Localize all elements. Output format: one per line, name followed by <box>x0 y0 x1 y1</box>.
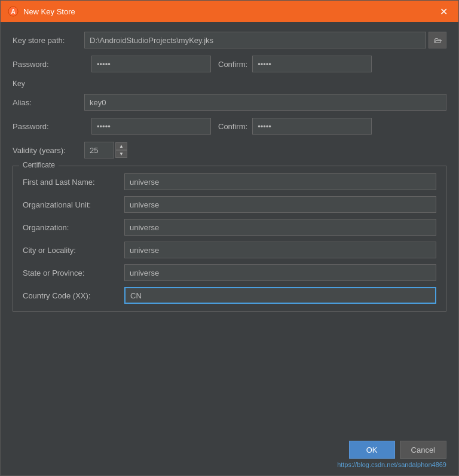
alias-label: Alias: <box>13 98 84 107</box>
city-input[interactable] <box>124 242 436 258</box>
validity-spinner: ▲ ▼ <box>115 142 127 158</box>
alias-row: Alias: <box>13 94 446 111</box>
validity-increment-button[interactable]: ▲ <box>115 142 127 150</box>
cert-row-first-last-name: First and Last Name: <box>23 173 436 190</box>
validity-input[interactable] <box>84 142 114 158</box>
city-label: City or Locality: <box>23 246 124 255</box>
validity-label: Validity (years): <box>13 146 84 155</box>
cert-row-organization: Organization: <box>23 219 436 236</box>
keystore-path-input[interactable] <box>84 32 426 48</box>
top-confirm-group: Confirm: <box>218 56 372 72</box>
dialog-title: New Key Store <box>23 7 75 16</box>
org-unit-label: Organizational Unit: <box>23 200 124 209</box>
organization-label: Organization: <box>23 223 124 232</box>
svg-text:A: A <box>11 8 15 15</box>
footer-link[interactable]: https://blog.csdn.net/sandalphon4869 <box>337 461 446 468</box>
country-code-label: Country Code (XX): <box>23 291 124 300</box>
key-password-input[interactable] <box>91 118 211 135</box>
ok-button[interactable]: OK <box>349 441 395 459</box>
validity-decrement-button[interactable]: ▼ <box>115 150 127 158</box>
organization-input[interactable] <box>124 219 436 236</box>
cert-row-country-code: Country Code (XX): <box>23 287 436 304</box>
browse-folder-button[interactable]: 🗁 <box>429 32 446 48</box>
top-confirm-input[interactable] <box>252 56 372 72</box>
top-password-row: Password: Confirm: <box>13 56 446 72</box>
keystore-path-row: Key store path: 🗁 <box>13 32 446 48</box>
android-studio-icon: A <box>8 6 19 17</box>
close-button[interactable]: ✕ <box>436 5 451 19</box>
new-key-store-dialog: A New Key Store ✕ Key store path: 🗁 Pass… <box>0 0 459 476</box>
title-bar-left: A New Key Store <box>8 6 75 17</box>
first-last-name-label: First and Last Name: <box>23 178 124 187</box>
first-last-name-input[interactable] <box>124 173 436 190</box>
alias-input[interactable] <box>84 94 446 111</box>
key-password-row: Password: Confirm: <box>13 118 446 135</box>
cert-row-org-unit: Organizational Unit: <box>23 196 436 213</box>
key-confirm-label: Confirm: <box>218 122 247 131</box>
top-password-input[interactable] <box>91 56 211 72</box>
top-password-label: Password: <box>13 60 84 69</box>
cancel-button[interactable]: Cancel <box>400 441 446 459</box>
key-confirm-group: Confirm: <box>218 118 372 135</box>
certificate-group: Certificate First and Last Name: Organiz… <box>13 166 446 312</box>
certificate-legend: Certificate <box>19 161 59 169</box>
folder-icon: 🗁 <box>434 36 442 45</box>
key-confirm-input[interactable] <box>252 118 372 135</box>
footer: OK Cancel https://blog.csdn.net/sandalph… <box>1 436 458 475</box>
dialog-content: Key store path: 🗁 Password: Confirm: Key… <box>1 22 458 436</box>
org-unit-input[interactable] <box>124 196 436 213</box>
cert-row-state: State or Province: <box>23 264 436 281</box>
footer-buttons: OK Cancel <box>349 441 446 459</box>
key-section: Key Alias: Password: Confirm: Validity (… <box>13 80 446 158</box>
top-confirm-label: Confirm: <box>218 60 247 69</box>
state-label: State or Province: <box>23 268 124 277</box>
key-section-title: Key <box>13 80 446 88</box>
country-code-input[interactable] <box>124 287 436 304</box>
key-password-label: Password: <box>13 122 84 131</box>
keystore-path-label: Key store path: <box>13 36 84 45</box>
validity-row: Validity (years): ▲ ▼ <box>13 142 446 158</box>
cert-row-city: City or Locality: <box>23 242 436 258</box>
title-bar: A New Key Store ✕ <box>1 1 458 22</box>
state-input[interactable] <box>124 264 436 281</box>
